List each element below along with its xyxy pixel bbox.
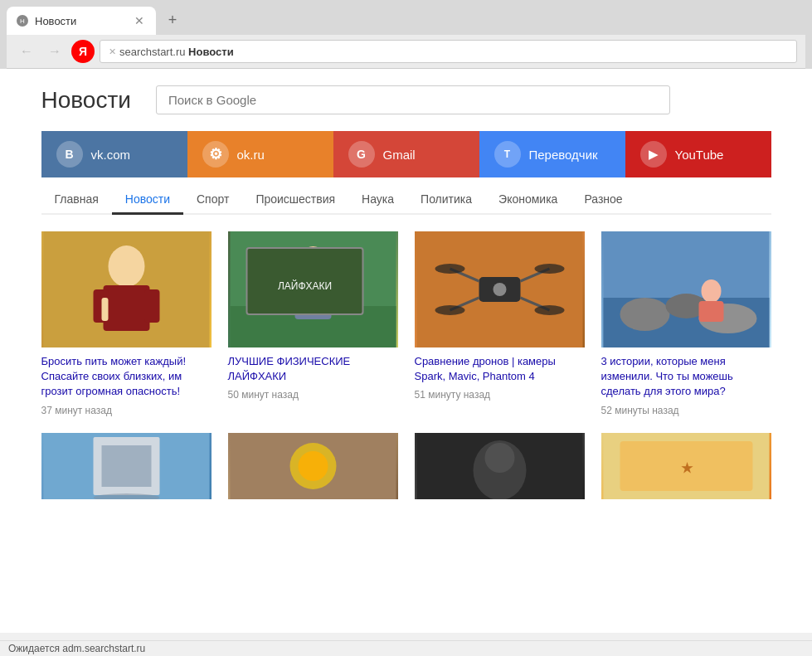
page-content: Новости B vk.com ⚙ ok.ru G Gmail T Перев… [0,69,812,633]
news-thumb-4 [601,231,771,347]
tab-sport[interactable]: Спорт [183,186,242,215]
page-title: Новости [41,87,131,114]
quick-link-vk[interactable]: B vk.com [41,131,187,177]
news-card-4[interactable]: 3 истории, которые меня изменили. Что ты… [601,231,771,416]
svg-text:ЛАЙФХАКИ: ЛАЙФХАКИ [277,279,331,292]
nav-tabs: Главная Новости Спорт Происшествия Наука… [41,177,771,215]
news-card-3[interactable]: Сравнение дронов | камеры Spark, Mavic, … [415,231,585,416]
youtube-label: YouTube [675,148,724,162]
news-link-3[interactable]: Сравнение дронов | камеры Spark, Mavic, … [415,354,585,384]
news-link-1[interactable]: Бросить пить может каждый! Спасайте свои… [41,354,212,400]
tab-economy[interactable]: Экономика [485,186,571,215]
quick-link-translate[interactable]: T Переводчик [479,131,625,177]
svg-text:★: ★ [680,461,693,475]
svg-point-20 [534,264,564,274]
tab-news[interactable]: Новости [112,186,183,215]
svg-rect-30 [698,301,723,322]
news-thumb-5 [41,433,212,499]
status-bar: Ожидается adm.searchstart.ru [0,640,812,656]
news-time-3: 51 минуту назад [415,389,585,401]
page-header: Новости [41,85,771,114]
svg-point-23 [493,283,506,296]
news-card-2[interactable]: ЛАЙФХАКИ ЛУЧШИЕ ФИЗИЧЕСКИЕ ЛАЙФХАКИ 50 м… [228,231,398,416]
news-card-6[interactable] [228,433,398,506]
tab-close-button[interactable]: ✕ [133,14,146,27]
tab-home[interactable]: Главная [41,186,112,215]
tab-favicon: Н [17,15,28,27]
svg-point-21 [435,305,464,315]
svg-point-37 [298,451,328,481]
quick-link-youtube[interactable]: ▶ YouTube [625,131,771,177]
news-grid: Бросить пить может каждый! Спасайте свои… [41,231,771,433]
news-thumb-3 [415,231,585,347]
news-thumb-8: ★ [601,433,771,499]
svg-point-26 [620,298,669,331]
security-indicator: ✕ [109,46,116,57]
new-tab-button[interactable]: + [161,8,184,32]
news-card-5[interactable] [41,433,212,506]
page-inner: Новости B vk.com ⚙ ok.ru G Gmail T Перев… [17,69,796,506]
news-grid-row2: ★ [41,433,771,506]
quick-link-gmail[interactable]: G Gmail [333,131,479,177]
news-link-4[interactable]: 3 истории, которые меня изменили. Что ты… [601,354,771,400]
ok-icon: ⚙ [202,141,229,168]
tab-bar: Н Новости ✕ + [7,7,805,35]
news-time-1: 37 минут назад [41,405,212,416]
svg-point-22 [534,305,564,315]
gmail-icon: G [348,141,375,168]
browser-chrome: Н Новости ✕ + ← → Я ✕ searchstart.ru Нов… [0,0,812,69]
translate-label: Переводчик [529,148,598,162]
news-thumb-1 [41,231,212,347]
svg-point-29 [701,279,721,303]
tab-title: Новости [35,15,126,27]
news-thumb-7 [415,433,585,499]
tab-misc[interactable]: Разное [571,186,635,215]
svg-point-2 [108,245,144,287]
youtube-icon: ▶ [640,141,667,168]
url-domain: searchstart.ru [119,46,185,58]
news-thumb-6 [228,433,398,499]
back-button[interactable]: ← [15,42,38,61]
translate-icon: T [494,141,521,168]
svg-rect-5 [144,289,159,323]
tab-politics[interactable]: Политика [407,186,485,215]
quick-links-bar: B vk.com ⚙ ok.ru G Gmail T Переводчик ▶ … [41,131,771,177]
news-card-1[interactable]: Бросить пить может каждый! Спасайте свои… [41,231,212,416]
search-input[interactable] [156,85,670,114]
svg-point-40 [484,443,514,473]
news-time-2: 50 минут назад [228,389,398,401]
url-page: Новости [188,46,234,58]
news-link-2[interactable]: ЛУЧШИЕ ФИЗИЧЕСКИЕ ЛАЙФХАКИ [228,354,398,384]
address-bar[interactable]: ✕ searchstart.ru Новости [100,40,797,63]
gmail-label: Gmail [383,148,416,162]
news-card-8[interactable]: ★ [601,433,771,506]
vk-icon: B [56,141,83,168]
address-bar-row: ← → Я ✕ searchstart.ru Новости [7,35,805,69]
active-tab[interactable]: Н Новости ✕ [7,7,156,35]
tab-science[interactable]: Наука [348,186,407,215]
news-thumb-2: ЛАЙФХАКИ [228,231,398,347]
tab-incidents[interactable]: Происшествия [242,186,348,215]
vk-label: vk.com [91,148,131,162]
svg-point-19 [435,264,464,274]
news-time-4: 52 минуты назад [601,405,771,416]
news-card-7[interactable] [415,433,585,506]
ok-label: ok.ru [237,148,265,162]
svg-rect-6 [101,298,108,321]
svg-rect-3 [103,285,149,331]
yandex-logo: Я [71,40,95,63]
svg-rect-33 [101,445,151,487]
forward-button[interactable]: → [43,42,66,61]
status-text: Ожидается adm.searchstart.ru [8,643,145,654]
quick-link-ok[interactable]: ⚙ ok.ru [187,131,333,177]
